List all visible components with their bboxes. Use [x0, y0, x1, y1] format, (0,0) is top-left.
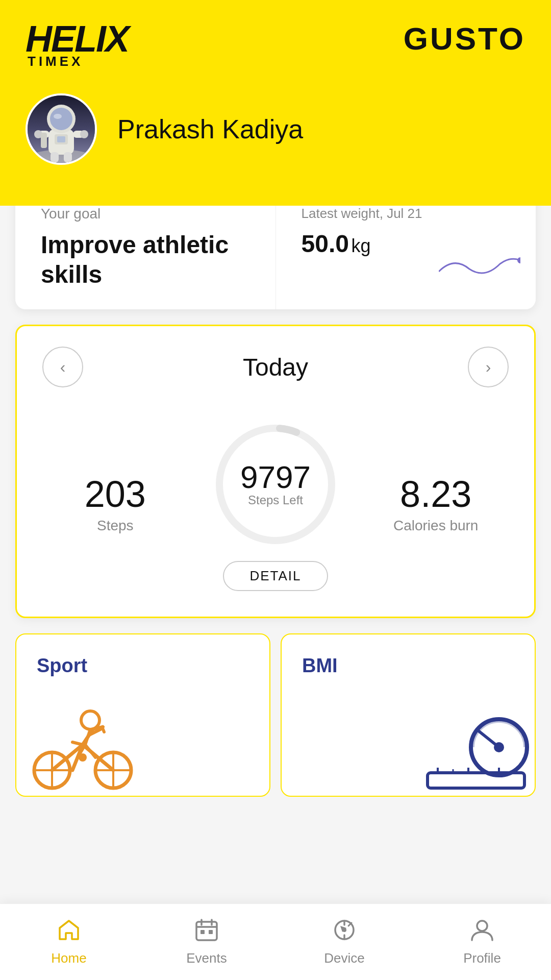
prev-day-button[interactable]: ‹ [42, 347, 83, 387]
events-icon [194, 918, 219, 946]
svg-point-25 [81, 711, 99, 729]
svg-line-46 [348, 923, 352, 926]
today-title: Today [243, 353, 308, 381]
goal-value: Improve athletic skills [41, 230, 255, 289]
svg-rect-11 [41, 133, 47, 148]
bottom-nav: Home Events D [0, 903, 551, 980]
brand-helix: HELIX TIMEX [26, 20, 129, 68]
today-header: ‹ Today › [42, 347, 509, 387]
steps-stat: 203 Steps [42, 476, 188, 534]
svg-rect-10 [64, 152, 72, 162]
nav-home[interactable]: Home [0, 918, 138, 966]
timex-logo: TIMEX [28, 55, 129, 68]
weight-chart [439, 246, 520, 289]
svg-point-4 [54, 114, 62, 119]
profile-label: Profile [463, 950, 501, 966]
profile-icon [470, 918, 494, 946]
app-name: GUSTO [404, 20, 525, 57]
steps-left-label: Steps Left [248, 493, 303, 507]
svg-point-47 [477, 921, 487, 931]
brand-row: HELIX TIMEX GUSTO [26, 20, 525, 68]
svg-line-23 [72, 742, 83, 745]
avatar[interactable] [26, 93, 97, 165]
calories-stat: 8.23 Calories burn [363, 476, 509, 534]
weight-unit: kg [351, 235, 370, 256]
nav-events[interactable]: Events [138, 918, 276, 966]
events-label: Events [186, 950, 227, 966]
helix-logo: HELIX [26, 20, 129, 57]
home-label: Home [51, 950, 86, 966]
circle-container: 9797 Steps Left [209, 418, 342, 551]
user-row: Prakash Kadiya [26, 93, 525, 165]
stats-row: 203 Steps 9797 Steps Left [42, 418, 509, 591]
nav-profile[interactable]: Profile [413, 918, 551, 966]
weight-value: 50.0 [302, 230, 349, 257]
nav-device[interactable]: Device [276, 918, 413, 966]
goal-label: Your goal [41, 206, 255, 222]
header-section: HELIX TIMEX GUSTO [0, 0, 551, 206]
svg-rect-41 [209, 930, 213, 934]
svg-point-8 [80, 130, 88, 138]
next-day-button[interactable]: › [468, 347, 509, 387]
steps-left-value: 9797 [240, 461, 311, 493]
svg-rect-9 [51, 152, 59, 162]
device-label: Device [324, 950, 364, 966]
svg-rect-13 [57, 136, 65, 142]
svg-point-14 [517, 257, 520, 263]
svg-rect-36 [196, 922, 217, 940]
svg-line-35 [479, 731, 499, 747]
steps-left-circle: 9797 Steps Left DETAIL [188, 418, 363, 591]
calories-value: 8.23 [363, 476, 509, 512]
detail-button[interactable]: DETAIL [223, 561, 328, 591]
svg-point-3 [50, 108, 72, 130]
steps-label: Steps [42, 518, 188, 534]
bmi-title: BMI [302, 655, 514, 677]
steps-value: 203 [42, 476, 188, 512]
weight-section: Latest weight, Jul 21 50.0 kg [276, 185, 536, 309]
device-icon [332, 918, 357, 946]
user-name: Prakash Kadiya [117, 114, 303, 144]
circle-inner: 9797 Steps Left [209, 418, 342, 551]
weight-label: Latest weight, Jul 21 [302, 206, 516, 222]
home-icon [57, 918, 81, 946]
main-content: Your goal Improve athletic skills Latest… [0, 185, 551, 797]
sport-title: Sport [37, 655, 249, 677]
svg-rect-40 [201, 930, 205, 934]
today-card: ‹ Today › 203 Steps [15, 325, 536, 618]
bmi-card[interactable]: BMI [281, 633, 536, 797]
sport-card[interactable]: Sport [15, 633, 270, 797]
bottom-cards: Sport [15, 633, 536, 797]
calories-label: Calories burn [363, 518, 509, 534]
